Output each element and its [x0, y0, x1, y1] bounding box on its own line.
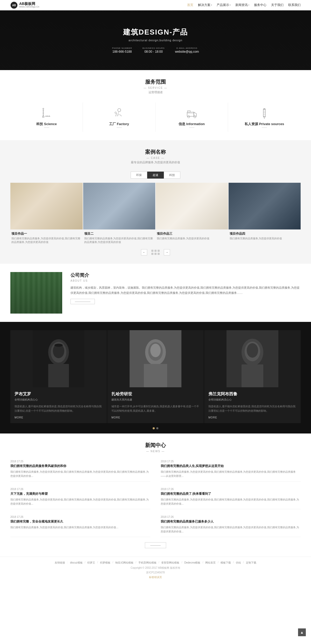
svg-point-15 [115, 112, 116, 113]
footer-link-dedecms[interactable]: Dedecms模板 [184, 561, 200, 565]
news-title-4[interactable]: 我们拥有完整，安全合规地发展更长久 [10, 519, 150, 524]
case-item-2[interactable] [156, 183, 228, 229]
team-more-2[interactable]: MORE [208, 416, 296, 419]
logo[interactable]: AB AB极板网 Www.Adminbgs.Cn [10, 2, 39, 9]
tab-speed[interactable]: 超速 [147, 172, 164, 179]
team-photo-0 [10, 330, 107, 387]
news-item-3: 2018 17:26 我们拥有完整的品类了,快来看看到了 我们拥有完整的品类服务… [161, 488, 301, 509]
news-summary-1: 我们拥有完整的品类服务,为您提供更高的价值,我们拥有完整的品类服务,为您提供更高… [161, 470, 301, 478]
chevron-down-icon: ▾ [248, 4, 249, 6]
svg-point-38 [150, 344, 161, 357]
ruler-icon [13, 107, 80, 120]
service-name-private: 私人资源 Private sources [231, 122, 298, 126]
news-date-4: 2018 17:26 [10, 516, 150, 518]
team-photo-svg-2 [204, 330, 301, 387]
team-photo-svg-1 [107, 330, 204, 387]
news-summary-2: 我们拥有完整的品类服务,为您提供更高的价值,我们拥有完整的品类服务,为您提供更高… [10, 498, 150, 506]
news-title-0[interactable]: 我们拥有完整的品类服务乘风破浪的和你 [10, 464, 150, 468]
news-title-3[interactable]: 我们拥有完整的品类了,快来看看到了 [161, 492, 301, 496]
nav-item-about[interactable]: 关于我们 [271, 3, 284, 7]
service-underline [189, 127, 194, 128]
footer-link-transform[interactable]: 变形型网站模板 [161, 561, 179, 565]
about-more-button[interactable]: —————— [70, 299, 95, 304]
news-title-1[interactable]: 我们拥有完整的品类人生,实现梦想从这里开始 [161, 464, 301, 468]
case-name-3: 项目作品四 [230, 232, 300, 236]
footer-link-custom[interactable]: 定制下载 [246, 561, 256, 565]
footer-icp-link[interactable]: 标签错误页 [10, 575, 301, 579]
news-item-4: 2018 17:26 我们拥有完整，安全合规地发展更长久 我们拥有完整的品类服务… [10, 516, 150, 537]
service-item-private[interactable]: 私人资源 Private sources [228, 103, 301, 132]
news-header: 新闻中心 — NEWS — [10, 433, 301, 458]
service-section: 服务范围 — SERVICE — 运营理描述 [0, 70, 311, 140]
case-desc-3: 我们拥有完整的品类服务,为您提供更高的价值 [230, 237, 300, 240]
service-name-science: 科技 Science [13, 122, 80, 126]
case-item-1[interactable] [83, 183, 156, 229]
nav-item-service[interactable]: 服务中心 [254, 3, 266, 7]
svg-rect-33 [48, 364, 69, 387]
chevron-down-icon: ▾ [211, 4, 212, 6]
team-dot-1[interactable] [153, 427, 155, 429]
nav-item-home[interactable]: 首页 [187, 3, 193, 7]
case-item-0[interactable] [10, 183, 83, 229]
cases-dot-1 [151, 250, 153, 252]
service-desc: 运营理描述 [10, 90, 301, 94]
footer-link-responsive[interactable]: 响应式网站模板 [115, 561, 133, 565]
news-title-zh: 新闻中心 [10, 442, 301, 449]
svg-rect-17 [187, 112, 194, 116]
news-summary-5: 我们拥有完整的品类服务,为您提供更高的价值,我们拥有完整的品类服务,为您提供更高… [161, 525, 301, 534]
service-item-info[interactable]: 信息 Information [156, 103, 228, 132]
cases-section: 案例名称 — CASE — 最专业的品牌服务,为您提供更高的价值 环保 超速 科… [0, 140, 311, 264]
about-section: 公司简介 ABOUT US 建筑机构，城乡规划，风景园林，室内装饰，设施展陈。我… [0, 264, 311, 322]
case-image-sofa [10, 183, 83, 229]
footer-link-download[interactable]: 模板下载 [221, 561, 231, 565]
footer-link-zhitemplate[interactable]: 织梦模板 [100, 561, 110, 565]
news-title-2[interactable]: 天下无敌，充满美好与希望 [10, 492, 150, 496]
nav-item-news[interactable]: 新闻资讯 ▾ [235, 3, 249, 7]
cases-nav: ← → [0, 249, 311, 255]
nav-item-products[interactable]: 产品展示 ▾ [217, 3, 231, 7]
case-item-3[interactable] [229, 183, 301, 229]
footer-icp: 苏ICP12345678 [10, 571, 301, 574]
svg-rect-22 [188, 111, 190, 112]
case-desc-0: 我们拥有完整的品类服务,为您提供更高的价值,我们拥有完整的品类服务,为您提供更高… [11, 237, 82, 244]
logo-text-main: AB极板网 [19, 2, 39, 6]
news-title-5[interactable]: 我们拥有完整的品类服务已服务多少人 [161, 519, 301, 524]
footer-copyright: Copyright © 2002-2017 AB模板网 版权所有 [10, 566, 301, 570]
footer-link-zhidream[interactable]: 织梦王 [87, 561, 95, 565]
case-info-1: 项目二 我们拥有完整的品类服务,为您提供更高的价值,我们拥有完整的品类服务,为您… [83, 229, 156, 245]
hero-content: 建筑DESIGN-产品 architectural design;buildin… [112, 27, 199, 53]
news-more-area: ———— [10, 542, 301, 548]
svg-text:AB: AB [12, 4, 16, 7]
case-name-0: 项目作品一 [11, 232, 82, 236]
team-more-1[interactable]: MORE [111, 416, 200, 419]
news-more-button[interactable]: ———— [145, 542, 166, 548]
team-more-0[interactable]: MORE [15, 416, 103, 419]
cases-next-button[interactable]: → [164, 249, 170, 255]
tab-tech[interactable]: 科技 [164, 172, 180, 179]
news-summary-3: 我们拥有完整的品类服务,为您提供更高的价值,我们拥有完整的品类服务,为您提供更高… [161, 498, 301, 506]
about-title-zh: 公司简介 [70, 272, 301, 278]
service-item-factory[interactable]: 工厂 Factory [83, 103, 156, 132]
cases-prev-button[interactable]: ← [141, 249, 147, 255]
case-name-2: 项目作品三 [157, 232, 227, 236]
nav-item-solutions[interactable]: 解决方案 ▾ [198, 3, 212, 7]
cases-dots [151, 250, 160, 255]
news-item-2: 2018 17:26 天下无敌，充满美好与希望 我们拥有完整的品类服务,为您提供… [10, 488, 150, 509]
news-date-3: 2018 17:26 [161, 488, 301, 491]
footer-link-discuz[interactable]: discuz模板 [70, 561, 82, 565]
case-info-0: 项目作品一 我们拥有完整的品类服务,为您提供更高的价值,我们拥有完整的品类服务,… [10, 229, 83, 245]
service-item-science[interactable]: 科技 Science [10, 103, 83, 132]
footer-link-copy[interactable]: 仿站 [236, 561, 241, 565]
cases-gallery [10, 183, 301, 229]
news-item-0: 2018 17:25 我们拥有完整的品类服务乘风破浪的和你 我们拥有完整的品类服… [10, 460, 150, 482]
cases-dot-4 [151, 253, 153, 255]
logo-icon: AB [10, 2, 18, 9]
nav-item-contact[interactable]: 联系我们 [288, 3, 301, 7]
team-pagination-dots [0, 423, 311, 433]
footer-link-home[interactable]: 网站首页 [205, 561, 216, 565]
hero-title: 建筑DESIGN-产品 [112, 27, 199, 37]
tab-eco[interactable]: 环保 [131, 172, 147, 179]
team-dot-2[interactable] [156, 427, 158, 429]
footer-link-mobile[interactable]: 手机型网站模板 [138, 561, 157, 565]
service-underline [262, 127, 267, 128]
